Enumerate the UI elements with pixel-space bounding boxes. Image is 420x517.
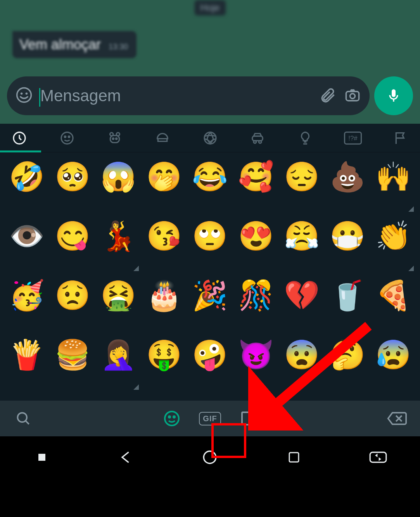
emoji-item[interactable]: 🤣 [4, 163, 50, 213]
category-activity[interactable] [200, 128, 220, 148]
emoji-item[interactable]: 😷 [325, 222, 370, 272]
svg-point-11 [116, 132, 119, 135]
android-nav-bar [0, 436, 420, 478]
svg-point-1 [21, 93, 23, 95]
svg-point-6 [61, 132, 73, 144]
svg-rect-26 [289, 453, 299, 462]
emoji-item[interactable]: 👏 [370, 222, 416, 272]
svg-rect-27 [370, 452, 386, 462]
nav-recents-icon[interactable] [284, 447, 304, 467]
emoji-item[interactable]: 💔 [279, 281, 325, 331]
emoji-item[interactable]: 😍 [233, 222, 279, 272]
emoji-item[interactable]: 🤭 [141, 163, 187, 213]
emoji-item[interactable]: 🙄 [187, 222, 233, 272]
message-text: Vem almoçar [19, 36, 101, 53]
svg-point-23 [173, 416, 175, 418]
emoji-item[interactable]: 😤 [279, 222, 325, 272]
skin-tone-indicator [133, 266, 139, 271]
emoji-item[interactable]: 😈 [233, 341, 279, 391]
message-input-pill[interactable]: Mensagem [7, 76, 370, 115]
category-objects[interactable] [295, 128, 315, 148]
emoji-item[interactable]: 🥳 [4, 281, 50, 331]
emoji-item[interactable]: 🎂 [141, 281, 187, 331]
mic-button[interactable] [374, 76, 413, 115]
emoji-item[interactable]: 🤔 [325, 341, 370, 391]
sticker-tab-icon[interactable] [238, 408, 258, 429]
svg-point-0 [17, 88, 31, 102]
attach-icon[interactable] [319, 86, 336, 105]
nav-back-icon[interactable] [116, 447, 136, 467]
emoji-item[interactable]: 🤪 [187, 341, 233, 391]
camera-icon[interactable] [344, 86, 361, 105]
emoji-icon[interactable] [16, 86, 33, 105]
emoji-item[interactable]: 🥤 [325, 281, 370, 331]
svg-rect-9 [110, 135, 119, 142]
date-chip: Hoje [194, 0, 226, 16]
emoji-item[interactable]: 😰 [370, 341, 416, 391]
emoji-item[interactable]: 🤮 [95, 281, 141, 331]
emoji-item[interactable]: 🥺 [50, 163, 95, 213]
emoji-item[interactable]: 😨 [279, 341, 325, 391]
emoji-tab-icon[interactable] [162, 408, 182, 429]
emoji-item[interactable]: 🤦‍♀️ [95, 341, 141, 391]
emoji-item[interactable]: 🤑 [141, 341, 187, 391]
emoji-item[interactable]: 😘 [141, 222, 187, 272]
svg-point-21 [165, 412, 179, 425]
search-icon[interactable] [13, 408, 33, 429]
category-smileys[interactable] [57, 128, 77, 148]
message-time: 13:30 [109, 42, 128, 51]
emoji-item[interactable]: 🍔 [50, 341, 95, 391]
emoji-item[interactable]: 🎉 [187, 281, 233, 331]
category-symbols[interactable]: !?# [343, 128, 363, 148]
backspace-icon[interactable] [387, 408, 407, 429]
svg-point-10 [110, 132, 113, 135]
skin-tone-indicator [408, 206, 414, 212]
active-tab-underline [0, 150, 41, 152]
emoji-item[interactable]: 😔 [279, 163, 325, 213]
nav-home-icon[interactable] [200, 447, 220, 467]
emoji-item[interactable]: 🥰 [233, 163, 279, 213]
category-flags[interactable] [391, 128, 411, 148]
svg-point-25 [204, 451, 216, 463]
picker-bottom-bar: GIF [0, 401, 420, 436]
emoji-category-tabs: !?# [0, 124, 420, 152]
emoji-item[interactable]: 🍟 [4, 341, 50, 391]
category-recent[interactable] [9, 128, 29, 148]
svg-rect-15 [252, 136, 263, 141]
svg-point-13 [116, 138, 117, 139]
emoji-item[interactable]: 😋 [50, 222, 95, 272]
emoji-item[interactable]: 💃 [95, 222, 141, 272]
skin-tone-indicator [408, 266, 414, 271]
category-animals[interactable] [105, 128, 125, 148]
nav-switch-icon[interactable] [368, 447, 388, 467]
svg-point-17 [259, 140, 262, 143]
category-food[interactable] [152, 128, 173, 148]
svg-point-7 [64, 136, 66, 137]
svg-point-4 [350, 93, 355, 99]
svg-point-16 [254, 140, 256, 143]
svg-point-22 [169, 416, 170, 418]
emoji-grid: 🤣🥺😱🤭😂🥰😔💩🙌👁️😋💃😘🙄😍😤😷👏🥳😟🤮🎂🎉🎊💔🥤🍕🍟🍔🤦‍♀️🤑🤪😈😨🤔😰 [0, 152, 420, 401]
emoji-item[interactable]: 😂 [187, 163, 233, 213]
nav-menu-icon[interactable] [32, 447, 52, 467]
svg-rect-3 [346, 92, 359, 101]
svg-point-12 [112, 138, 114, 139]
chat-background: Hoje Vem almoçar 13:30 Mensagem [0, 0, 420, 124]
emoji-item[interactable]: 🎊 [233, 281, 279, 331]
emoji-panel: !?# 🤣🥺😱🤭😂🥰😔💩🙌👁️😋💃😘🙄😍😤😷👏🥳😟🤮🎂🎉🎊💔🥤🍕🍟🍔🤦‍♀️🤑🤪… [0, 124, 420, 401]
emoji-item[interactable]: 👁️ [4, 222, 50, 272]
skin-tone-indicator [133, 384, 139, 390]
incoming-message[interactable]: Vem almoçar 13:30 [12, 31, 137, 58]
svg-text:!?#: !?# [348, 135, 358, 142]
message-input[interactable]: Mensagem [40, 86, 311, 105]
emoji-item[interactable]: 🙌 [370, 163, 416, 213]
svg-point-2 [26, 93, 28, 95]
emoji-item[interactable]: 😟 [50, 281, 95, 331]
input-placeholder: Mensagem [40, 86, 121, 105]
emoji-item[interactable]: 😱 [95, 163, 141, 213]
category-travel[interactable] [247, 128, 268, 148]
gif-tab[interactable]: GIF [199, 412, 221, 425]
emoji-item[interactable]: 💩 [325, 163, 370, 213]
svg-rect-24 [38, 454, 45, 461]
emoji-item[interactable]: 🍕 [370, 281, 416, 331]
